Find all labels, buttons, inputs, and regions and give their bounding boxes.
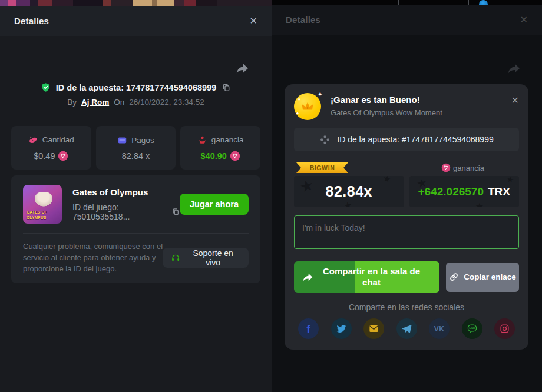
vk-icon[interactable]: VK [429,318,450,339]
support-note: Cualquier problema, comuníquese con el s… [23,241,163,275]
copy-link-label: Copiar enlace [464,273,516,281]
profit-box: ★ ★ ★ +642.026570 TRX [409,176,520,207]
bet-id-row: ID de la apuesta: 1747817744594068999 [0,82,272,92]
share-icon[interactable] [235,61,249,75]
gold-win-badge-icon: ✦ ✦ ✦ [294,93,321,120]
link-icon [449,272,459,282]
stat-value: $40.90 [201,151,227,161]
close-icon: ✕ [520,15,528,25]
instagram-icon[interactable] [494,318,515,339]
multiplier-value: 82.84x [326,183,372,200]
details-modal-header: Detalles ✕ [0,6,272,36]
on-label: On [114,98,124,107]
game-thumbnail-label: GATES OF OLYMPUS [27,210,54,221]
stat-label: ganancia [211,135,244,144]
social-share-title: Comparte en las redes sociales [294,303,519,312]
stat-label: Pagos [131,136,154,145]
details-modal-header-dimmed: Detalles ✕ [272,5,542,35]
win-label: ganancia [453,164,484,172]
twitter-icon[interactable] [331,318,352,339]
copy-link-button[interactable]: Copiar enlace [446,263,519,292]
bigwin-badge: BIGWIN [296,162,348,173]
bet-stats: Cantidad $0.49 [11,126,260,170]
background-header-strip [272,0,542,5]
screen: Detalles ✕ ID de la apuesta: 17478177445… [0,0,542,392]
headset-icon [171,253,180,263]
left-panel: Detalles ✕ ID de la apuesta: 17478177445… [0,0,272,392]
stat-value: $0.49 [34,151,55,161]
close-icon[interactable]: ✕ [511,96,519,105]
line-glyph: LINE [469,327,475,330]
modal-title: Detalles [14,16,49,26]
share-row-dimmed [272,35,542,75]
close-icon[interactable]: ✕ [250,16,257,26]
details-modal: Detalles ✕ ID de la apuesta: 17478177445… [0,6,272,392]
star-decor-icon: ★ [475,201,484,207]
profit-currency: TRX [488,185,510,198]
stat-label: Cantidad [42,135,74,144]
details-modal-dimmed: Detalles ✕ ✦ ✦ [272,5,542,392]
trx-coin-icon [58,151,68,161]
multiplier-box: ★ ★ ★ 82.84x [294,176,404,207]
by-label: By [67,98,77,107]
facebook-icon[interactable]: f [298,318,319,339]
game-card: GATES OF OLYMPUS Gates of Olympus ID del… [11,175,260,283]
background-divider [468,0,469,5]
share-row [0,36,272,75]
share-icon [302,271,313,283]
copy-icon[interactable] [222,83,231,92]
background-games-strip [0,0,272,6]
stat-value: 82.84 x [122,151,150,161]
share-icon [507,61,521,75]
divider [23,233,249,234]
profit-amount: +642.026570 [418,185,484,198]
facebook-glyph: f [306,323,310,335]
copy-icon[interactable] [171,207,180,217]
stat-card-profit: ganancia $40.90 [180,126,260,170]
right-panel: Detalles ✕ ✦ ✦ [272,0,542,392]
star-decor-icon: ★ [506,176,515,185]
bet-id-text: ID de la apuesta: 1747817744594068999 [56,83,216,92]
share-to-chat-button[interactable]: Compartir en la sala de chat [294,261,439,293]
vk-glyph: VK [434,325,445,333]
sparkle-icon: ✦ [296,111,299,116]
sparkle-icon: ✦ [297,97,302,102]
game-thumbnail: GATES OF OLYMPUS [23,185,62,224]
modal-title: Detalles [286,15,320,25]
social-icons-row: f VK [294,318,519,339]
dice-icon [319,134,331,145]
line-icon[interactable]: LINE [462,318,482,339]
bet-datetime: 26/10/2022, 23:34:52 [129,98,204,107]
live-support-button[interactable]: Soporte en vivo [163,248,249,268]
share-dialog-subtitle: Gates Of Olympus Wow Moment [331,108,511,117]
stat-card-payout: Pagos 82.84 x [96,126,176,170]
share-win-dialog: ✦ ✦ ✦ ¡Ganar es tan Bueno! Gates Of Olym… [285,84,528,350]
bet-id-box: ID de la apuesta: #1747817744594068999 [294,128,519,151]
star-decor-icon: ★ [343,199,353,207]
verified-shield-icon [41,82,51,92]
sparkle-icon: ✦ [318,91,323,98]
username-link[interactable]: Aj Rom [81,98,109,107]
crown-icon [299,99,316,115]
background-avatar [479,0,488,5]
bet-id-text: ID de la apuesta: #1747817744594068999 [337,135,493,144]
trx-coin-icon [230,151,240,161]
payment-card-icon [117,135,127,145]
coins-icon [28,135,38,145]
share-to-chat-label: Compartir en la sala de chat [313,266,432,288]
telegram-icon[interactable] [396,318,417,339]
play-now-button[interactable]: Jugar ahora [180,194,249,215]
bet-byline: By Aj Rom On 26/10/2022, 23:34:52 [0,98,272,107]
stat-card-amount: Cantidad $0.49 [11,126,91,170]
winner-icon [197,135,207,145]
email-icon[interactable] [363,318,384,339]
background-divider [398,0,399,5]
game-id-text: ID del juego: 75010535518... [72,202,167,221]
share-message-input[interactable] [294,215,519,249]
share-dialog-title: ¡Ganar es tan Bueno! [331,95,511,105]
game-name: Gates of Olympus [72,187,180,197]
trx-coin-icon [441,163,451,172]
star-decor-icon: ★ [382,176,392,185]
star-decor-icon: ★ [298,176,316,197]
live-support-label: Soporte en vivo [186,248,240,267]
